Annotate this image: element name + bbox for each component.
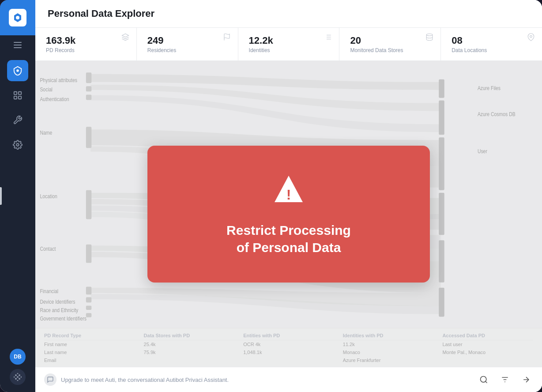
tools-icon: [13, 115, 23, 125]
svg-point-16: [21, 377, 22, 378]
warning-icon: !: [271, 172, 306, 207]
svg-point-8: [15, 374, 17, 376]
apps-button[interactable]: [10, 369, 26, 385]
sidebar-item-home[interactable]: [7, 60, 28, 81]
left-edge-indicator: [0, 187, 2, 205]
svg-point-12: [17, 376, 19, 378]
stats-bar: 163.9k PD Records 249 Residencies: [35, 28, 542, 61]
svg-rect-4: [19, 92, 21, 94]
svg-rect-6: [19, 96, 21, 99]
dashboard-icon: [13, 90, 23, 100]
svg-point-26: [530, 35, 532, 38]
gear-icon: [13, 140, 23, 150]
grid-icon: [14, 373, 22, 381]
stat-identities[interactable]: 12.2k Identities: [238, 28, 340, 60]
stat-content: 20 Monitored Data Stores: [350, 35, 403, 53]
svg-point-25: [426, 34, 433, 36]
svg-point-1: [16, 16, 19, 19]
user-avatar[interactable]: DB: [10, 349, 26, 365]
svg-point-13: [17, 373, 19, 374]
stat-number: 12.2k: [249, 35, 273, 46]
svg-marker-17: [122, 34, 128, 38]
sidebar: DB: [0, 0, 35, 392]
identity-icon: [324, 33, 332, 43]
restrict-processing-modal: ! Restrict Processing of Personal Data: [147, 146, 430, 283]
arrow-icon: [522, 375, 531, 384]
arrow-button[interactable]: [519, 373, 533, 387]
stat-monitored-stores[interactable]: 20 Monitored Data Stores: [339, 28, 441, 60]
stat-pd-records[interactable]: 163.9k PD Records: [35, 28, 137, 60]
main-content: Personal Data Explorer 163.9k PD Records: [35, 0, 542, 392]
stat-label: Data Locations: [452, 47, 487, 53]
filter-button[interactable]: [498, 373, 512, 387]
stat-content: 163.9k PD Records: [46, 35, 75, 53]
stat-label: PD Records: [46, 47, 75, 53]
svg-point-10: [15, 378, 17, 380]
chat-section: Upgrade to meet Auti, the conversational…: [44, 373, 471, 386]
logo-icon: [9, 9, 26, 26]
sidebar-item-tools[interactable]: [7, 109, 28, 131]
stat-content: 12.2k Identities: [249, 35, 273, 53]
stat-number: 163.9k: [46, 35, 75, 46]
svg-text:!: !: [286, 187, 291, 203]
content-area: Physical attributes Social Authenticatio…: [35, 61, 542, 367]
chat-icon: [44, 373, 56, 386]
bottom-actions: [477, 373, 533, 387]
stat-label: Monitored Data Stores: [350, 47, 403, 53]
sidebar-item-settings[interactable]: [7, 134, 28, 155]
hamburger-icon: [14, 42, 22, 48]
svg-point-15: [14, 377, 15, 378]
stat-label: Identities: [249, 47, 273, 53]
stat-number: 08: [452, 35, 487, 46]
layers-icon: [121, 33, 129, 43]
stat-number: 20: [350, 35, 403, 46]
bottom-bar: Upgrade to meet Auti, the conversational…: [35, 367, 542, 392]
chat-upgrade-text: Upgrade to meet Auti, the conversational…: [61, 377, 229, 383]
stat-data-locations[interactable]: 08 Data Locations: [441, 28, 542, 60]
page-title: Personal Data Explorer: [48, 8, 530, 19]
sidebar-nav: [7, 55, 28, 342]
stat-content: 249 Residencies: [147, 35, 176, 53]
svg-rect-3: [14, 92, 17, 94]
menu-toggle[interactable]: [0, 35, 35, 55]
stat-residencies[interactable]: 249 Residencies: [137, 28, 238, 60]
stat-content: 08 Data Locations: [452, 35, 487, 53]
flag-icon: [223, 33, 231, 43]
stat-label: Residencies: [147, 47, 176, 53]
svg-point-9: [19, 374, 20, 376]
search-icon: [479, 375, 488, 384]
page-header: Personal Data Explorer: [35, 0, 542, 28]
location-icon: [527, 33, 535, 43]
svg-line-59: [486, 381, 487, 383]
svg-point-11: [19, 378, 20, 380]
filter-icon: [501, 375, 509, 384]
app-logo[interactable]: [0, 0, 35, 35]
stat-number: 249: [147, 35, 176, 46]
svg-point-58: [481, 377, 486, 382]
shield-icon: [13, 66, 23, 75]
sidebar-item-dashboard[interactable]: [7, 85, 28, 106]
svg-point-2: [16, 69, 19, 72]
svg-rect-5: [14, 96, 17, 99]
sidebar-bottom: DB: [10, 342, 26, 392]
svg-point-7: [16, 143, 19, 146]
database-icon: [425, 33, 433, 43]
modal-title: Restrict Processing of Personal Data: [226, 222, 351, 256]
svg-point-14: [17, 380, 19, 381]
modal-overlay: ! Restrict Processing of Personal Data: [35, 61, 542, 367]
search-button[interactable]: [477, 373, 491, 387]
